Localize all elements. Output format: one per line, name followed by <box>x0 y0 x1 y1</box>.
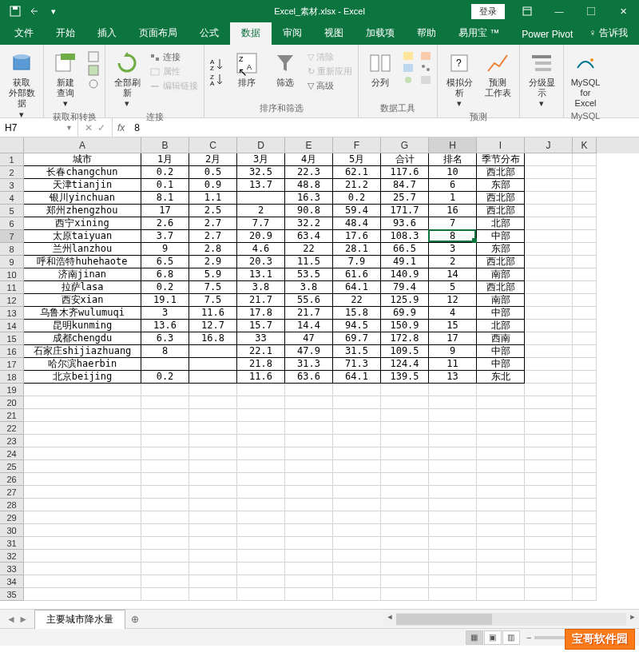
cell[interactable]: 银川yinchuan <box>24 192 141 205</box>
cell[interactable]: 15 <box>429 320 477 332</box>
cell[interactable]: 0.5 <box>189 166 237 179</box>
cell[interactable] <box>573 537 597 550</box>
cell[interactable]: 长春changchun <box>24 166 141 179</box>
cell[interactable]: 兰州lanzhou <box>24 243 141 256</box>
cell[interactable]: 2.9 <box>189 256 237 268</box>
scroll-right-icon[interactable]: ► <box>626 613 639 626</box>
cell[interactable]: 2 <box>429 256 477 268</box>
cell[interactable] <box>573 153 597 166</box>
cell[interactable] <box>237 511 285 524</box>
cell[interactable] <box>333 575 381 588</box>
cell[interactable] <box>237 460 285 473</box>
cell[interactable] <box>237 422 285 435</box>
cell[interactable]: 3月 <box>237 153 285 166</box>
cell[interactable] <box>381 384 429 396</box>
cell[interactable]: 4.6 <box>237 243 285 256</box>
cell[interactable]: 3.8 <box>237 281 285 294</box>
cell[interactable]: 79.4 <box>381 281 429 294</box>
cell[interactable]: 48.4 <box>333 217 381 230</box>
cell[interactable] <box>141 486 189 499</box>
cell[interactable] <box>24 422 141 435</box>
cell[interactable]: 93.6 <box>381 217 429 230</box>
tab-home[interactable]: 开始 <box>45 22 86 45</box>
row-header[interactable]: 26 <box>0 473 24 486</box>
cell[interactable] <box>381 409 429 422</box>
cell[interactable] <box>573 409 597 422</box>
cell[interactable]: 西宁xining <box>24 217 141 230</box>
minimize-icon[interactable]: — <box>543 0 575 22</box>
cell[interactable] <box>525 563 573 575</box>
cell[interactable]: 125.9 <box>381 294 429 307</box>
cell[interactable]: 西北部 <box>477 281 525 294</box>
text-to-columns-button[interactable]: 分列 <box>362 49 399 89</box>
cell[interactable] <box>573 268 597 281</box>
column-header[interactable]: F <box>333 137 381 153</box>
cell[interactable]: 13 <box>429 371 477 384</box>
cell[interactable] <box>477 409 525 422</box>
cell[interactable]: 61.6 <box>333 268 381 281</box>
cell[interactable] <box>285 563 333 575</box>
cell[interactable]: 31.5 <box>333 345 381 358</box>
cell[interactable] <box>189 511 237 524</box>
cell[interactable] <box>477 524 525 537</box>
row-header[interactable]: 14 <box>0 320 24 332</box>
cell[interactable] <box>429 486 477 499</box>
cell[interactable] <box>333 486 381 499</box>
cell[interactable] <box>477 550 525 563</box>
refresh-all-button[interactable]: 全部刷新▾ <box>109 49 145 111</box>
cell[interactable] <box>525 447 573 460</box>
cell[interactable] <box>285 524 333 537</box>
tab-review[interactable]: 审阅 <box>272 22 313 45</box>
cell[interactable]: 28.1 <box>333 243 381 256</box>
scroll-thumb[interactable] <box>396 614 492 625</box>
cell[interactable] <box>381 396 429 409</box>
cell[interactable] <box>525 179 573 192</box>
cell[interactable]: 19.1 <box>141 294 189 307</box>
cell[interactable] <box>477 396 525 409</box>
cell[interactable]: 成都chengdu <box>24 332 141 345</box>
cell[interactable] <box>285 447 333 460</box>
row-header[interactable]: 8 <box>0 243 24 256</box>
cell[interactable]: 108.3 <box>381 230 429 243</box>
cell[interactable] <box>477 499 525 511</box>
row-header[interactable]: 1 <box>0 153 24 166</box>
cell[interactable]: 124.4 <box>381 358 429 371</box>
cell[interactable] <box>525 435 573 447</box>
cell[interactable] <box>333 550 381 563</box>
cell[interactable]: 昆明kunming <box>24 320 141 332</box>
save-icon[interactable] <box>6 2 24 20</box>
cell[interactable]: 20.3 <box>237 256 285 268</box>
cell[interactable] <box>477 473 525 486</box>
sheet-tab[interactable]: 主要城市降水量 <box>34 610 125 629</box>
cell[interactable] <box>381 537 429 550</box>
cell[interactable] <box>573 384 597 396</box>
new-query-button[interactable]: 新建查询▾ <box>47 49 84 111</box>
column-header[interactable]: G <box>381 137 429 153</box>
cell[interactable]: 171.7 <box>381 205 429 217</box>
cell[interactable]: 7.7 <box>237 217 285 230</box>
cell[interactable] <box>477 575 525 588</box>
cell[interactable]: 西北部 <box>477 192 525 205</box>
sort-button[interactable]: ZA排序 <box>228 49 265 89</box>
cells-grid[interactable]: 城市1月2月3月4月5月合计排名季节分布长春changchun0.20.532.… <box>24 153 597 601</box>
row-header[interactable]: 28 <box>0 499 24 511</box>
cell[interactable] <box>24 473 141 486</box>
cell[interactable] <box>189 588 237 601</box>
cell[interactable]: 郑州zhengzhou <box>24 205 141 217</box>
cell[interactable]: 2.6 <box>141 217 189 230</box>
cell[interactable]: 11.6 <box>189 307 237 320</box>
cell[interactable] <box>285 575 333 588</box>
cell[interactable]: 北部 <box>477 217 525 230</box>
cell[interactable]: 14 <box>429 268 477 281</box>
reapply-button[interactable]: ↻ 重新应用 <box>305 65 355 78</box>
row-header[interactable]: 11 <box>0 281 24 294</box>
cell[interactable] <box>573 166 597 179</box>
cell[interactable]: 城市 <box>24 153 141 166</box>
cell[interactable] <box>237 499 285 511</box>
cell[interactable]: 21.8 <box>237 358 285 371</box>
cell[interactable] <box>24 384 141 396</box>
cell[interactable] <box>141 524 189 537</box>
cell[interactable]: 13.6 <box>141 320 189 332</box>
cell[interactable] <box>429 575 477 588</box>
cell[interactable]: 北部 <box>477 320 525 332</box>
